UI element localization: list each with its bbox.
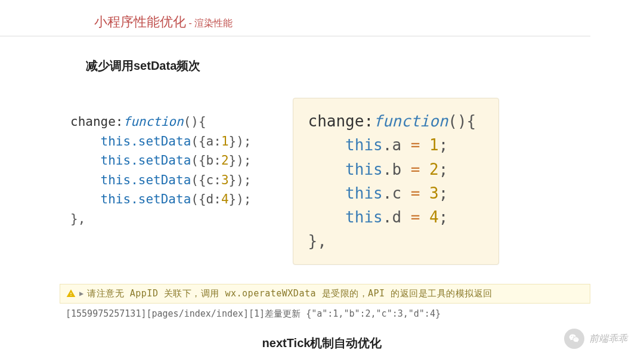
footer-caption: nextTick机制自动优化 [0, 335, 644, 351]
expand-triangle-icon: ▶ [79, 289, 83, 298]
warning-icon [66, 289, 76, 298]
wechat-icon [564, 329, 584, 349]
header-main: 小程序性能优化 [94, 14, 186, 29]
watermark-text: 前端乖乖 [589, 333, 627, 345]
code-comparison-row: change:function(){ this.setData({a:1}); … [0, 98, 644, 265]
console-panel: ▶ 请注意无 AppID 关联下，调用 wx.operateWXData 是受限… [60, 284, 590, 324]
code-block-before: change:function(){ this.setData({a:1}); … [70, 98, 251, 228]
console-warning-text: 请注意无 AppID 关联下，调用 wx.operateWXData 是受限的，… [87, 288, 492, 299]
section-subtitle: 减少调用setData频次 [86, 58, 644, 74]
header-sub: 渲染性能 [194, 18, 233, 28]
console-warning-line: ▶ 请注意无 AppID 关联下，调用 wx.operateWXData 是受限… [60, 284, 590, 304]
watermark: 前端乖乖 [564, 329, 627, 349]
code-block-after: change:function(){ this.a = 1; this.b = … [293, 98, 499, 265]
slide-header: 小程序性能优化 - 渲染性能 [0, 0, 590, 36]
header-sep: - [186, 18, 194, 28]
console-log-line: [1559975257131][pages/index/index][1]差量更… [60, 304, 590, 324]
